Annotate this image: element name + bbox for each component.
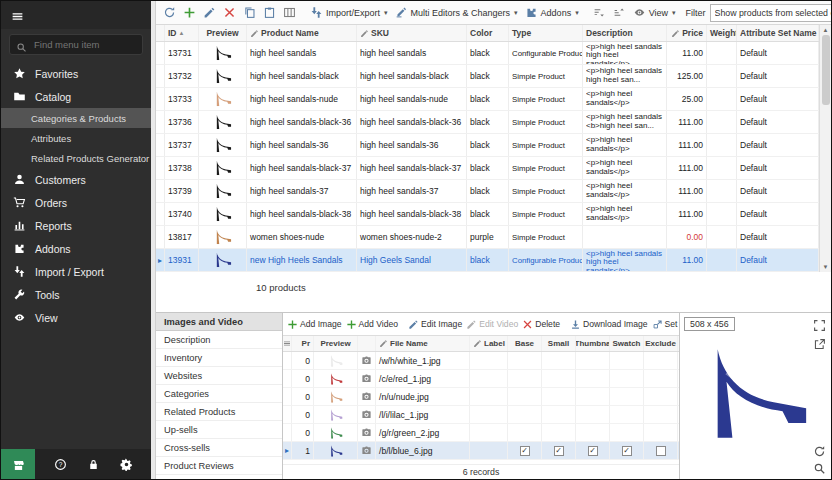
- checkbox-exclude[interactable]: [656, 446, 666, 456]
- checkbox-thumbnail[interactable]: ✓: [588, 446, 598, 456]
- table-row[interactable]: 13733high heel sandals-nudehigh heel san…: [156, 88, 819, 111]
- table-row[interactable]: 13736high heel sandals-black-36high heel…: [156, 111, 819, 134]
- image-row[interactable]: ▸1/b/l/blue_6.jpg✓✓✓✓: [283, 442, 679, 460]
- scroll-down-icon[interactable]: ▼: [823, 262, 829, 272]
- tab-cross-sells[interactable]: Cross-sells: [156, 439, 282, 457]
- column-header-priority[interactable]: Pr: [292, 336, 314, 351]
- sidebar-item-categories-products[interactable]: Categories & Products: [1, 108, 151, 128]
- view-menu[interactable]: View▾: [630, 3, 679, 22]
- tab-inventory[interactable]: Inventory: [156, 349, 282, 367]
- column-header-label[interactable]: Label: [470, 336, 508, 351]
- table-row[interactable]: ▸13931new High Heels SandalsHigh Geels S…: [156, 249, 819, 272]
- download-image-button[interactable]: Download Image: [568, 315, 650, 334]
- column-header-sku[interactable]: SKU: [357, 25, 467, 41]
- column-header-preview[interactable]: Preview: [314, 336, 358, 351]
- refresh-button[interactable]: [160, 3, 179, 22]
- image-row[interactable]: 0/w/h/white_1.jpg: [283, 352, 679, 370]
- tab-categories[interactable]: Categories: [156, 385, 282, 403]
- sidebar-item-addons[interactable]: Addons: [1, 237, 151, 260]
- paste-button[interactable]: [260, 3, 279, 22]
- sidebar-item-orders[interactable]: Orders: [1, 191, 151, 214]
- column-header-color[interactable]: Color: [467, 25, 509, 41]
- column-header-price[interactable]: Price: [667, 25, 707, 41]
- edit-product-button[interactable]: [200, 3, 219, 22]
- store-button[interactable]: [1, 449, 35, 479]
- add-image-button[interactable]: Add Image: [285, 315, 344, 334]
- sidebar-item-view[interactable]: View: [1, 306, 151, 329]
- scroll-up-icon[interactable]: ▲: [823, 25, 829, 35]
- row-expander[interactable]: ▸: [283, 442, 292, 459]
- sidebar-item-import-export[interactable]: Import / Export: [1, 260, 151, 283]
- open-external-icon[interactable]: [813, 337, 826, 350]
- sidebar-item-favorites[interactable]: Favorites: [1, 62, 151, 85]
- tab-images-and-video[interactable]: Images and Video: [156, 313, 282, 331]
- copy-button[interactable]: [240, 3, 259, 22]
- column-header-type[interactable]: Type: [509, 25, 583, 41]
- category-filter-select[interactable]: Show products from selected categories ▾: [710, 4, 831, 22]
- table-row[interactable]: 13740high heel sandals-black-38high heel…: [156, 203, 819, 226]
- sort-descending-button[interactable]: [610, 3, 629, 22]
- sidebar-item-attributes[interactable]: Attributes: [1, 128, 151, 148]
- add-video-button[interactable]: Add Video: [344, 315, 401, 334]
- addons-menu[interactable]: Addons▾: [522, 3, 582, 22]
- sidebar-item-catalog[interactable]: Catalog: [1, 85, 151, 108]
- column-header-file-name[interactable]: File Name: [376, 336, 470, 351]
- table-row[interactable]: 13732high heel sandals-blackhigh heel sa…: [156, 65, 819, 88]
- table-row[interactable]: 13731high heel sandalshigh heel sandalsb…: [156, 42, 819, 65]
- checkbox-small[interactable]: ✓: [554, 446, 564, 456]
- column-header-weight[interactable]: Weight: [707, 25, 737, 41]
- columns-button[interactable]: [280, 3, 299, 22]
- sidebar-item-customers[interactable]: Customers: [1, 168, 151, 191]
- add-product-button[interactable]: [180, 3, 199, 22]
- grid-scrollbar[interactable]: ▲ ▼: [819, 25, 831, 272]
- checkbox-base[interactable]: ✓: [520, 446, 530, 456]
- settings-button[interactable]: [120, 457, 134, 471]
- menu-search-input[interactable]: [32, 38, 136, 51]
- column-header-small[interactable]: Small: [542, 336, 576, 351]
- tab-websites[interactable]: Websites: [156, 367, 282, 385]
- column-header-swatch[interactable]: Swatch: [610, 336, 644, 351]
- table-row[interactable]: 13739high heel sandals-37high heel sanda…: [156, 180, 819, 203]
- image-row[interactable]: 0/c/e/red_1.jpg: [283, 370, 679, 388]
- delete-image-button[interactable]: Delete: [520, 315, 562, 334]
- multi-editors-menu[interactable]: Multi Editors & Changers▾: [392, 3, 521, 22]
- refresh-preview-icon[interactable]: [813, 444, 826, 457]
- column-header-description[interactable]: Description: [583, 25, 667, 41]
- column-header-base[interactable]: Base: [508, 336, 542, 351]
- table-row[interactable]: 13817women shoes-nudewomen shoes-nude-2p…: [156, 226, 819, 249]
- sidebar-item-reports[interactable]: Reports: [1, 214, 151, 237]
- column-header-product-name[interactable]: Product Name: [247, 25, 357, 41]
- zoom-icon[interactable]: [813, 461, 826, 474]
- image-row[interactable]: 0/n/u/nude.jpg: [283, 388, 679, 406]
- table-row[interactable]: 13737high heel sandals-36high heel sanda…: [156, 134, 819, 157]
- images-header-menu-icon[interactable]: [283, 336, 292, 351]
- sort-ascending-button[interactable]: [590, 3, 609, 22]
- help-button[interactable]: ?: [54, 457, 68, 471]
- tab-product-reviews[interactable]: Product Reviews: [156, 457, 282, 475]
- image-row[interactable]: 0/l/i/lilac_1.jpg: [283, 406, 679, 424]
- delete-product-button[interactable]: [220, 3, 239, 22]
- column-header-exclude[interactable]: Exclude: [644, 336, 678, 351]
- sidebar-item-tools[interactable]: Tools: [1, 283, 151, 306]
- column-header-id[interactable]: ID▲: [165, 25, 199, 41]
- tab-up-sells[interactable]: Up-sells: [156, 421, 282, 439]
- scroll-thumb[interactable]: [822, 35, 830, 105]
- menu-search[interactable]: [9, 34, 143, 55]
- lock-button[interactable]: [87, 457, 101, 471]
- edit-video-button[interactable]: Edit Video: [464, 315, 520, 334]
- sidebar-item-related-products-generator[interactable]: Related Products Generator: [1, 148, 151, 168]
- column-header-preview[interactable]: Preview: [199, 25, 247, 41]
- checkbox-swatch[interactable]: ✓: [622, 446, 632, 456]
- fullscreen-icon[interactable]: [813, 318, 826, 331]
- edit-image-button[interactable]: Edit Image: [406, 315, 464, 334]
- hamburger-menu-icon[interactable]: [11, 9, 24, 22]
- column-header-thumbna[interactable]: Thumbna: [576, 336, 610, 351]
- set-resize-rule-button[interactable]: Set Resize Rule: [650, 315, 679, 334]
- image-row[interactable]: 0/g/r/green_2.jpg: [283, 424, 679, 442]
- import-export-menu[interactable]: Import/Export▾: [307, 3, 391, 22]
- tab-description[interactable]: Description: [156, 331, 282, 349]
- table-row[interactable]: 13738high heel sandals-black-37high heel…: [156, 157, 819, 180]
- column-header-attribute-set-name[interactable]: Attribute Set Name: [737, 25, 819, 41]
- tab-related-products[interactable]: Related Products: [156, 403, 282, 421]
- row-expander[interactable]: ▸: [156, 249, 165, 271]
